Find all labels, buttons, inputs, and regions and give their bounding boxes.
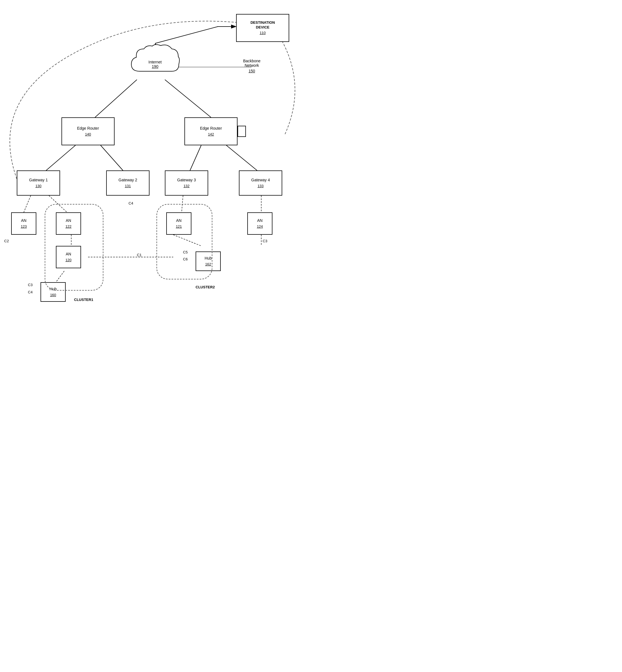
c4-mid-label: C4 <box>129 201 133 205</box>
gateway-131-box: Gateway 2 131 <box>106 171 149 196</box>
internet-id: 190 <box>148 64 162 69</box>
cluster2-label: CLUSTER2 <box>196 285 215 289</box>
svg-line-11 <box>24 196 31 212</box>
svg-line-8 <box>101 145 123 171</box>
network-diagram: DESTINATION DEVICE 110 Internet 190 Back… <box>0 0 311 336</box>
an-123-id: 123 <box>21 224 27 229</box>
gateway-132-label: Gateway 3 <box>177 177 196 182</box>
gateway-132-box: Gateway 3 132 <box>165 171 208 196</box>
destination-device-id: 110 <box>260 31 266 35</box>
destination-device-box: DESTINATION DEVICE 110 <box>236 14 289 42</box>
c1-label: C1 <box>137 253 142 257</box>
svg-line-2 <box>156 27 218 43</box>
an-123-label: AN <box>21 218 26 223</box>
gateway-133-box: Gateway 4 133 <box>239 171 282 196</box>
an-123-box: AN 123 <box>11 212 36 235</box>
edge-router-140-box: Edge Router 140 <box>62 117 114 145</box>
edge-router-140-id: 140 <box>85 132 91 137</box>
gateway-132-id: 132 <box>183 184 190 188</box>
edge-router-140-label: Edge Router <box>77 126 99 131</box>
svg-line-7 <box>46 145 75 171</box>
c2-label: C2 <box>4 239 9 243</box>
gateway-133-label: Gateway 4 <box>251 177 270 182</box>
gateway-131-label: Gateway 2 <box>118 177 137 182</box>
edge-router-142-id: 142 <box>208 132 214 137</box>
gateway-130-box: Gateway 1 130 <box>17 171 60 196</box>
gateway-130-id: 130 <box>35 184 42 188</box>
backbone-label: Backbone Network 150 <box>243 59 261 73</box>
edge-router-142-box: Edge Router 142 <box>184 117 238 145</box>
internet-label: Internet <box>148 60 162 64</box>
c6-label: C6 <box>183 257 188 261</box>
hub-160-id: 160 <box>50 293 56 297</box>
cluster1-region <box>45 204 103 291</box>
backbone-id: 150 <box>243 69 261 73</box>
c3-right-label: C3 <box>263 239 267 243</box>
gateway-133-id: 133 <box>257 184 264 188</box>
svg-line-10 <box>226 145 257 171</box>
c3-left-label: C3 <box>28 283 33 287</box>
destination-device-label: DESTINATION DEVICE <box>250 21 275 30</box>
edge-router-142-label: Edge Router <box>200 126 222 131</box>
svg-line-9 <box>190 145 201 171</box>
c4-left-label: C4 <box>28 290 33 294</box>
gateway-130-label: Gateway 1 <box>29 177 48 182</box>
an-124-label: AN <box>257 218 263 223</box>
c5-label: C5 <box>183 250 188 254</box>
an-124-box: AN 124 <box>247 212 272 235</box>
gateway-131-id: 131 <box>125 184 131 188</box>
edge-router-142-extra-box <box>238 126 246 137</box>
cluster2-region <box>157 204 212 279</box>
svg-line-5 <box>165 80 211 117</box>
cluster1-label: CLUSTER1 <box>74 297 93 302</box>
svg-line-4 <box>95 80 137 117</box>
internet-cloud: Internet 190 <box>129 43 182 82</box>
an-124-id: 124 <box>257 224 263 229</box>
